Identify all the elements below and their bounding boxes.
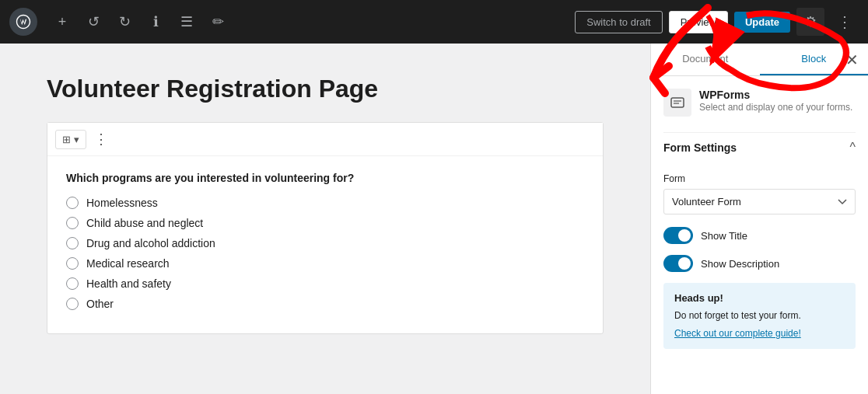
table-icon: ⊞ [62, 134, 71, 145]
form-select[interactable]: Volunteer Form [663, 189, 856, 214]
switch-to-draft-button[interactable]: Switch to draft [575, 11, 662, 33]
add-block-icon[interactable]: + [50, 9, 75, 34]
more-options-button[interactable]: ⋮ [831, 8, 859, 36]
svg-rect-0 [671, 98, 684, 107]
chevron-icon: ▾ [74, 134, 79, 145]
block-info: WPForms Select and display one of your f… [663, 89, 856, 117]
heads-up-box: Heads up! Do not forget to test your for… [663, 283, 856, 349]
preview-button[interactable]: Preview [669, 11, 728, 33]
heads-up-text: Do not forget to test your form. [674, 309, 845, 323]
radio-option: Medical research [66, 257, 584, 270]
settings-button[interactable]: ⚙ [796, 8, 824, 36]
heads-up-title: Heads up! [674, 292, 845, 304]
main-toolbar: + ↺ ↻ ℹ ☰ ✏ Switch to draft Preview Upda… [0, 0, 868, 44]
radio-option-label: Medical research [86, 257, 170, 270]
show-title-row: Show Title [663, 227, 856, 244]
radio-option: Health and safety [66, 277, 584, 290]
block-desc: Select and display one of your forms. [699, 101, 852, 114]
sidebar: Document Block ✕ WPForms S [650, 44, 868, 394]
undo-icon[interactable]: ↺ [81, 9, 106, 34]
show-description-label: Show Description [701, 258, 779, 270]
form-block: ⊞ ▾ ⋮ Which programs are you interested … [47, 122, 604, 334]
wp-logo[interactable] [9, 8, 37, 36]
info-icon[interactable]: ℹ [143, 9, 168, 34]
form-field-label: Form [663, 173, 856, 184]
form-content: Which programs are you interested in vol… [47, 156, 603, 333]
radio-circle-icon [66, 277, 79, 290]
list-view-icon[interactable]: ☰ [174, 9, 199, 34]
radio-option: Other [66, 298, 584, 310]
form-settings-title: Form Settings [663, 141, 737, 154]
heads-up-link[interactable]: Check out our complete guide! [674, 328, 801, 339]
sidebar-content: WPForms Select and display one of your f… [651, 76, 868, 394]
radio-circle-icon [66, 257, 79, 270]
radio-circle-icon [66, 217, 79, 229]
form-block-toolbar: ⊞ ▾ ⋮ [47, 123, 603, 156]
radio-option: Drug and alcohol addiction [66, 237, 584, 249]
show-title-toggle[interactable] [663, 227, 693, 244]
radio-option-label: Health and safety [86, 277, 171, 290]
radio-circle-icon [66, 298, 79, 310]
main-layout: Volunteer Registration Page ⊞ ▾ ⋮ Which … [0, 44, 868, 394]
block-table-icon-button[interactable]: ⊞ ▾ [55, 130, 86, 149]
tab-document[interactable]: Document [651, 44, 760, 75]
radio-option: Child abuse and neglect [66, 217, 584, 229]
form-settings-chevron-icon[interactable]: ^ [849, 141, 856, 155]
radio-circle-icon [66, 237, 79, 249]
show-description-track [663, 255, 693, 272]
block-name: WPForms [699, 89, 852, 101]
page-title: Volunteer Registration Page [47, 75, 604, 103]
radio-option-label: Other [86, 298, 114, 310]
redo-icon[interactable]: ↻ [112, 9, 137, 34]
wpforms-block-icon [663, 89, 691, 117]
show-title-track [663, 227, 693, 244]
block-more-button[interactable]: ⋮ [89, 129, 113, 149]
form-settings-section: Form Settings ^ [663, 132, 856, 162]
update-button[interactable]: Update [734, 12, 790, 33]
form-question: Which programs are you interested in vol… [66, 172, 584, 184]
radio-option-label: Drug and alcohol addiction [86, 237, 215, 249]
form-field-group: Form Volunteer Form [663, 173, 856, 227]
radio-circle-icon [66, 197, 79, 209]
show-description-toggle[interactable] [663, 255, 693, 272]
show-description-row: Show Description [663, 255, 856, 272]
block-info-header: WPForms Select and display one of your f… [663, 89, 856, 117]
radio-option-label: Child abuse and neglect [86, 217, 203, 229]
sidebar-tabs: Document Block ✕ [651, 44, 868, 76]
editor-area: Volunteer Registration Page ⊞ ▾ ⋮ Which … [0, 44, 650, 394]
show-title-label: Show Title [701, 230, 747, 242]
toolbar-right: Switch to draft Preview Update ⚙ ⋮ [575, 8, 859, 36]
sidebar-close-button[interactable]: ✕ [845, 52, 859, 68]
radio-options-container: HomelessnessChild abuse and neglectDrug … [66, 197, 584, 310]
radio-option-label: Homelessness [86, 197, 158, 209]
edit-icon[interactable]: ✏ [205, 9, 230, 34]
radio-option: Homelessness [66, 197, 584, 209]
